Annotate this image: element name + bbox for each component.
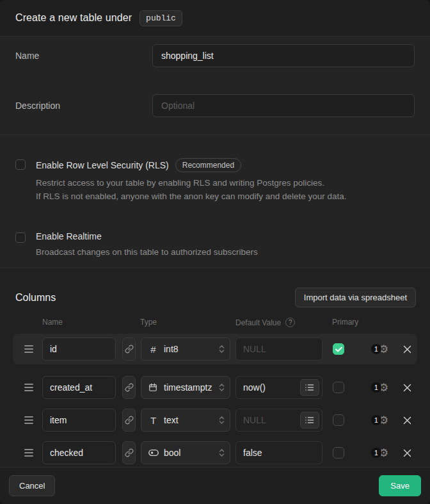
list-icon xyxy=(305,416,314,424)
column-name-input[interactable] xyxy=(42,441,116,464)
drag-handle-icon[interactable] xyxy=(24,345,33,353)
rls-description-line1: Restrict access to your table by enablin… xyxy=(36,176,347,190)
column-header-name: Name xyxy=(42,318,140,327)
chevron-up-down-icon xyxy=(219,345,225,354)
drag-handle-icon[interactable] xyxy=(24,416,33,424)
check-icon xyxy=(335,346,342,352)
link-icon xyxy=(125,345,134,354)
columns-rows: # int8 1 ⚙ xyxy=(0,334,430,467)
modal-footer: Cancel Save xyxy=(0,467,430,504)
recommended-badge: Recommended xyxy=(175,158,241,172)
table-description-input[interactable] xyxy=(152,94,415,117)
close-icon xyxy=(403,449,411,457)
import-spreadsheet-button[interactable]: Import data via spreadsheet xyxy=(295,288,416,307)
create-table-modal: Create a new table under public Name Des… xyxy=(0,0,430,504)
chevron-up-down-icon xyxy=(219,448,225,457)
close-icon xyxy=(403,416,411,425)
column-name-input[interactable] xyxy=(42,337,116,361)
realtime-description: Broadcast changes on this table to autho… xyxy=(36,245,258,259)
rls-label: Enable Row Level Security (RLS) xyxy=(36,160,169,170)
settings-count-badge: 1 xyxy=(371,448,381,458)
default-value-help-icon[interactable]: ? xyxy=(285,318,295,327)
realtime-block: Enable Realtime Broadcast changes on thi… xyxy=(15,231,415,259)
modal-header: Create a new table under public xyxy=(0,0,430,37)
default-value-input[interactable] xyxy=(235,441,322,464)
settings-count-badge: 1 xyxy=(371,382,381,393)
column-name-input[interactable] xyxy=(42,376,116,399)
list-icon xyxy=(305,384,314,391)
link-icon xyxy=(125,383,134,392)
realtime-label: Enable Realtime xyxy=(36,231,102,241)
drag-handle-icon[interactable] xyxy=(24,384,33,391)
section-name-description: Name Description xyxy=(0,37,430,135)
column-name-input[interactable] xyxy=(42,409,116,432)
description-label: Description xyxy=(15,94,152,111)
save-button[interactable]: Save xyxy=(379,475,421,496)
remove-column-button[interactable] xyxy=(402,415,412,425)
column-row-created-at: timestamptz 1 ⚙ xyxy=(13,373,417,402)
close-icon xyxy=(403,345,411,354)
column-type-select[interactable]: # int8 xyxy=(141,337,230,361)
column-header-default: Default Value ? xyxy=(235,318,332,327)
default-value-input[interactable] xyxy=(235,337,322,361)
rls-block: Enable Row Level Security (RLS) Recommen… xyxy=(15,158,415,203)
calendar-icon xyxy=(148,383,158,392)
remove-column-button[interactable] xyxy=(402,448,412,458)
primary-key-checkbox[interactable] xyxy=(333,382,344,393)
section-columns: Columns Import data via spreadsheet Name… xyxy=(0,268,430,467)
primary-key-checkbox[interactable] xyxy=(333,343,344,355)
column-type-select[interactable]: T text xyxy=(141,409,230,432)
column-header-type: Type xyxy=(140,318,235,327)
chevron-up-down-icon xyxy=(219,383,225,392)
column-settings-button[interactable]: 1 ⚙ xyxy=(371,415,394,426)
foreign-key-button[interactable] xyxy=(122,441,136,464)
description-row: Description xyxy=(15,94,415,117)
default-suggestions-button[interactable] xyxy=(300,412,319,428)
column-row-item: T text 1 ⚙ xyxy=(13,406,417,434)
column-type-select[interactable]: timestamptz xyxy=(141,376,230,399)
remove-column-button[interactable] xyxy=(402,344,412,354)
name-row: Name xyxy=(15,44,415,67)
cancel-button[interactable]: Cancel xyxy=(9,475,55,496)
column-type-select[interactable]: bool xyxy=(141,441,230,464)
default-suggestions-button[interactable] xyxy=(300,379,319,396)
primary-key-checkbox[interactable] xyxy=(333,414,344,426)
text-type-icon: T xyxy=(148,415,158,426)
settings-count-badge: 1 xyxy=(371,344,381,354)
chevron-up-down-icon xyxy=(219,416,225,425)
column-settings-button[interactable]: 1 ⚙ xyxy=(371,448,394,459)
hash-icon: # xyxy=(148,344,158,355)
link-icon xyxy=(125,416,134,425)
column-row-checked: bool 1 ⚙ xyxy=(13,439,417,467)
toggle-icon xyxy=(148,449,158,457)
table-name-input[interactable] xyxy=(152,44,415,67)
foreign-key-button[interactable] xyxy=(122,376,136,399)
drag-handle-icon[interactable] xyxy=(24,449,33,457)
section-toggles: Enable Row Level Security (RLS) Recommen… xyxy=(0,135,430,268)
column-settings-button[interactable]: 1 ⚙ xyxy=(371,344,394,355)
settings-count-badge: 1 xyxy=(371,415,381,425)
remove-column-button[interactable] xyxy=(402,382,412,393)
link-icon xyxy=(125,448,134,457)
foreign-key-button[interactable] xyxy=(122,409,136,432)
rls-checkbox[interactable] xyxy=(15,159,26,170)
columns-title: Columns xyxy=(15,292,56,304)
column-settings-button[interactable]: 1 ⚙ xyxy=(371,382,394,393)
column-row-id: # int8 1 ⚙ xyxy=(13,334,417,364)
schema-badge: public xyxy=(139,10,182,26)
foreign-key-button[interactable] xyxy=(122,337,136,361)
close-icon xyxy=(403,384,411,392)
primary-key-checkbox[interactable] xyxy=(333,447,344,459)
modal-title: Create a new table under xyxy=(15,12,132,24)
rls-description-line2: If RLS is not enabled, anyone with the a… xyxy=(36,190,347,203)
column-header-primary: Primary xyxy=(332,318,358,327)
name-label: Name xyxy=(15,44,152,61)
columns-header-row: Name Type Default Value ? Primary xyxy=(0,318,430,327)
realtime-checkbox[interactable] xyxy=(15,232,26,243)
